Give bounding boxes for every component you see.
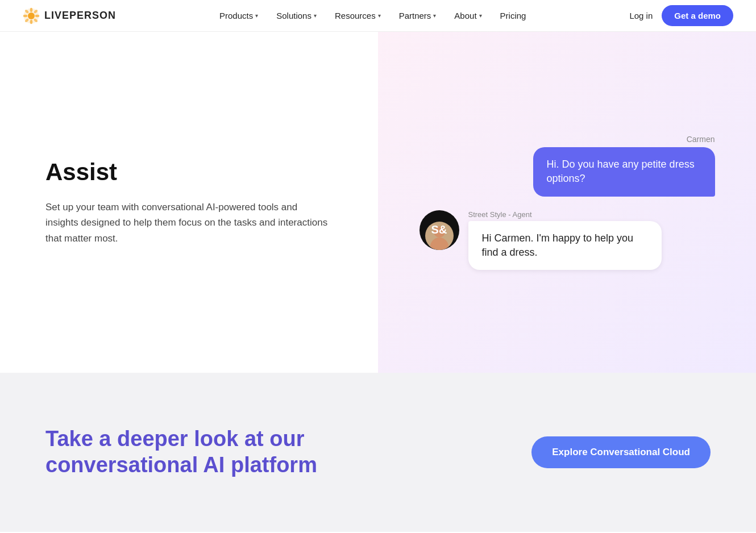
logo-link[interactable]: LIVEPERSON [23, 7, 116, 24]
left-panel: Assist Set up your team with conversatio… [0, 32, 378, 373]
agent-message-col: Street Style - Agent Hi Carmen. I'm happ… [468, 210, 662, 270]
nav-item-solutions[interactable]: Solutions ▾ [268, 7, 325, 24]
nav-item-resources[interactable]: Resources ▾ [327, 7, 389, 24]
navbar: LIVEPERSON Products ▾ Solutions ▾ Resour… [0, 0, 756, 32]
cta-section: Take a deeper look at our conversational… [0, 373, 756, 532]
main-content: Assist Set up your team with conversatio… [0, 32, 756, 373]
agent-message-block: S& Street Style - Agent Hi Carmen. I'm h… [419, 210, 715, 270]
agent-bubble: Hi Carmen. I'm happy to help you find a … [468, 221, 662, 270]
chevron-down-icon: ▾ [378, 13, 381, 19]
section-title: Assist [45, 159, 344, 186]
user-bubble: Hi. Do you have any petite dress options… [533, 147, 715, 196]
logo-icon [23, 7, 40, 24]
chevron-down-icon: ▾ [314, 13, 317, 19]
chevron-down-icon: ▾ [479, 13, 482, 19]
person-body-icon [430, 238, 448, 250]
user-message-block: Carmen Hi. Do you have any petite dress … [419, 135, 715, 196]
svg-point-2 [30, 7, 33, 12]
nav-item-pricing[interactable]: Pricing [492, 7, 534, 24]
agent-name: Street Style - Agent [468, 210, 662, 219]
nav-item-products[interactable]: Products ▾ [211, 7, 266, 24]
user-label: Carmen [419, 135, 715, 144]
nav-menu: Products ▾ Solutions ▾ Resources ▾ Partn… [211, 7, 534, 24]
svg-point-1 [28, 13, 35, 19]
chevron-down-icon: ▾ [255, 13, 258, 19]
svg-point-3 [30, 19, 33, 24]
navbar-actions: Log in Get a demo [629, 5, 733, 26]
nav-item-about[interactable]: About ▾ [446, 7, 489, 24]
cta-heading: Take a deeper look at our conversational… [45, 426, 375, 478]
login-link[interactable]: Log in [629, 11, 653, 20]
explore-cloud-button[interactable]: Explore Conversational Cloud [531, 436, 711, 468]
section-description: Set up your team with conversational AI-… [45, 199, 330, 246]
right-panel: Carmen Hi. Do you have any petite dress … [378, 32, 756, 373]
get-demo-button[interactable]: Get a demo [662, 5, 733, 26]
chevron-down-icon: ▾ [433, 13, 436, 19]
svg-point-5 [35, 14, 40, 17]
chat-demo: Carmen Hi. Do you have any petite dress … [419, 135, 715, 270]
nav-item-partners[interactable]: Partners ▾ [391, 7, 445, 24]
agent-avatar: S& [419, 210, 459, 250]
logo-text: LIVEPERSON [44, 10, 116, 22]
svg-point-4 [23, 14, 28, 17]
